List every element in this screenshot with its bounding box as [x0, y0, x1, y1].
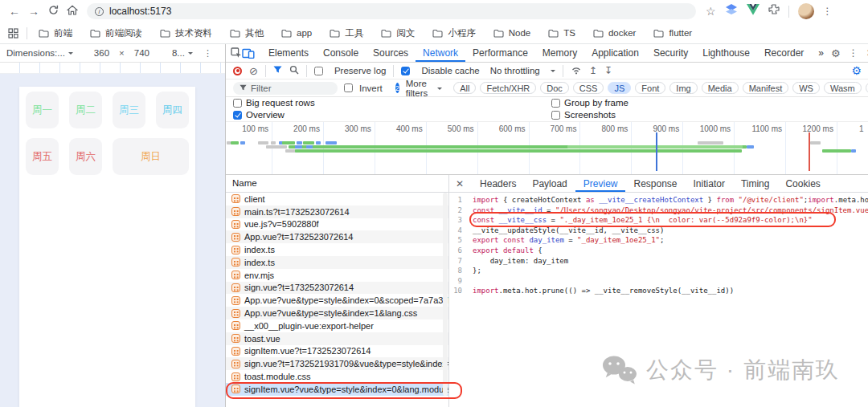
device-toolbar-menu-icon[interactable]: ⋮ — [203, 48, 212, 59]
device-width-field[interactable]: 360 — [94, 48, 109, 58]
tab-console[interactable]: Console — [316, 44, 366, 62]
network-settings-icon[interactable]: ⚙ — [851, 64, 862, 77]
request-row[interactable]: client — [226, 193, 448, 206]
bookmark-star-icon[interactable]: ☆ — [706, 5, 716, 18]
name-column-header[interactable]: Name — [232, 178, 257, 188]
chip-manifest[interactable]: Manifest — [743, 82, 789, 94]
filter-input[interactable] — [251, 83, 331, 93]
bookmark-folder-2[interactable]: 技术资料 — [160, 27, 212, 39]
day-card[interactable]: 周一 — [26, 92, 59, 128]
detail-tab-cookies[interactable]: Cookies — [777, 175, 828, 192]
tab-sources[interactable]: Sources — [366, 44, 416, 62]
day-card[interactable]: 周四 — [156, 92, 189, 128]
request-row[interactable]: env.mjs — [226, 269, 448, 282]
tab-elements[interactable]: Elements — [261, 44, 316, 62]
chip-fetchxhr[interactable]: Fetch/XHR — [480, 82, 536, 94]
bookmark-folder-5[interactable]: 工具 — [330, 27, 363, 39]
bookmark-folder-6[interactable]: 阅文 — [381, 27, 415, 39]
chip-media[interactable]: Media — [702, 82, 739, 94]
detail-tab-initiator[interactable]: Initiator — [686, 175, 733, 192]
day-card[interactable]: 周二 — [69, 92, 102, 128]
detail-tab-preview[interactable]: Preview — [575, 175, 626, 192]
tab-network[interactable]: Network — [416, 44, 465, 62]
profile-avatar[interactable] — [798, 3, 814, 19]
reload-icon[interactable] — [43, 5, 63, 18]
chip-ws[interactable]: WS — [792, 82, 820, 94]
day-card[interactable]: 周日 — [113, 138, 189, 175]
detail-tab-headers[interactable]: Headers — [472, 175, 524, 192]
request-row[interactable]: sign.vue?t=1732521931709&vue&type=style&… — [226, 357, 448, 370]
bookmark-folder-1[interactable]: 前端阅读 — [90, 27, 142, 39]
tab-application[interactable]: Application — [584, 44, 646, 62]
tab-security[interactable]: Security — [646, 44, 695, 62]
tab-recorder[interactable]: Recorder — [757, 44, 811, 62]
invert-checkbox[interactable] — [344, 83, 353, 92]
preserve-log-checkbox[interactable] — [314, 67, 323, 75]
vue-devtools-icon[interactable] — [747, 4, 760, 18]
day-card[interactable]: 周五 — [26, 138, 59, 175]
request-row[interactable]: App.vue?vue&type=style&index=0&scoped=7a… — [226, 294, 448, 307]
big-request-rows-checkbox[interactable] — [233, 99, 242, 108]
throttling-select[interactable]: No throttling — [490, 66, 540, 75]
chip-font[interactable]: Font — [635, 82, 665, 94]
home-icon[interactable] — [63, 5, 82, 18]
devtools-settings-icon[interactable]: ⚙ — [831, 47, 841, 59]
request-row[interactable]: App.vue?vue&type=style&index=1&lang.css — [226, 307, 448, 319]
group-by-frame-checkbox[interactable] — [551, 99, 560, 108]
chip-img[interactable]: Img — [669, 82, 697, 94]
bookmark-folder-0[interactable]: 前端 — [39, 27, 72, 39]
day-card[interactable]: 周六 — [69, 138, 102, 175]
filter-toggle-icon[interactable] — [273, 66, 282, 75]
request-row[interactable]: signItem.vue?t=1732523072614 — [226, 345, 448, 358]
apps-grid-icon[interactable] — [8, 28, 18, 39]
disable-cache-checkbox[interactable] — [401, 67, 410, 75]
import-har-icon[interactable]: ↥ — [589, 65, 597, 76]
bookmark-folder-9[interactable]: TS — [548, 28, 575, 38]
bookmark-folder-10[interactable]: docker — [593, 28, 637, 38]
close-detail-icon[interactable]: ✕ — [456, 178, 464, 189]
more-filters-button[interactable]: More filters — [406, 79, 428, 98]
request-row[interactable]: main.ts?t=1732523072614 — [226, 206, 448, 218]
bookmark-folder-3[interactable]: 其他 — [230, 27, 264, 39]
back-icon[interactable]: ← — [5, 5, 24, 18]
chip-all[interactable]: All — [453, 82, 476, 94]
device-toggle-icon[interactable] — [242, 45, 255, 61]
tab-memory[interactable]: Memory — [535, 44, 584, 62]
export-har-icon[interactable]: ↧ — [604, 65, 612, 76]
screenshots-checkbox[interactable] — [551, 111, 560, 120]
chip-css[interactable]: CSS — [573, 82, 604, 94]
request-row[interactable]: index.ts — [226, 256, 448, 269]
request-row[interactable]: index.ts — [226, 243, 448, 256]
address-bar[interactable]: i localhost:5173 — [87, 3, 696, 19]
dimensions-select[interactable]: Dimensions:... — [6, 48, 65, 58]
bookmark-folder-7[interactable]: 小程序 — [432, 27, 476, 39]
chip-doc[interactable]: Doc — [540, 82, 569, 94]
record-network-log-icon[interactable] — [233, 67, 242, 75]
detail-tab-response[interactable]: Response — [625, 175, 685, 192]
request-row[interactable]: vue.js?v=5902880f — [226, 218, 448, 231]
search-icon[interactable] — [289, 65, 299, 76]
device-height-field[interactable]: 740 — [134, 48, 149, 58]
chip-wasm[interactable]: Wasm — [824, 82, 862, 94]
bookmark-folder-8[interactable]: Node — [493, 28, 531, 38]
request-row[interactable]: toast.vue — [226, 332, 448, 345]
site-info-icon[interactable]: i — [95, 7, 104, 16]
chip-js[interactable]: JS — [608, 82, 631, 94]
request-row[interactable]: __x00__plugin-vue:export-helper — [226, 319, 448, 332]
chrome-menu-icon[interactable]: ⋮ — [823, 6, 833, 17]
request-row[interactable]: App.vue?t=1732523072614 — [226, 230, 448, 243]
clear-network-log-icon[interactable]: ⊘ — [249, 65, 258, 77]
detail-tab-payload[interactable]: Payload — [524, 175, 575, 192]
request-list-scrollbar[interactable] — [443, 193, 448, 396]
request-row[interactable]: sign.vue?t=1732523072614 — [226, 282, 448, 295]
overview-checkbox[interactable] — [233, 111, 242, 120]
detail-tab-timing[interactable]: Timing — [733, 175, 778, 192]
device-zoom-select[interactable]: 8... — [172, 48, 185, 58]
forward-icon[interactable]: → — [24, 5, 43, 18]
more-tabs-button[interactable]: » — [811, 44, 831, 62]
devtools-menu-icon[interactable]: ⋮ — [849, 47, 858, 59]
network-conditions-icon[interactable] — [571, 66, 582, 76]
layers-extension-icon[interactable] — [725, 4, 738, 18]
bookmark-folder-4[interactable]: app — [281, 28, 312, 38]
extensions-puzzle-icon[interactable] — [768, 4, 780, 18]
